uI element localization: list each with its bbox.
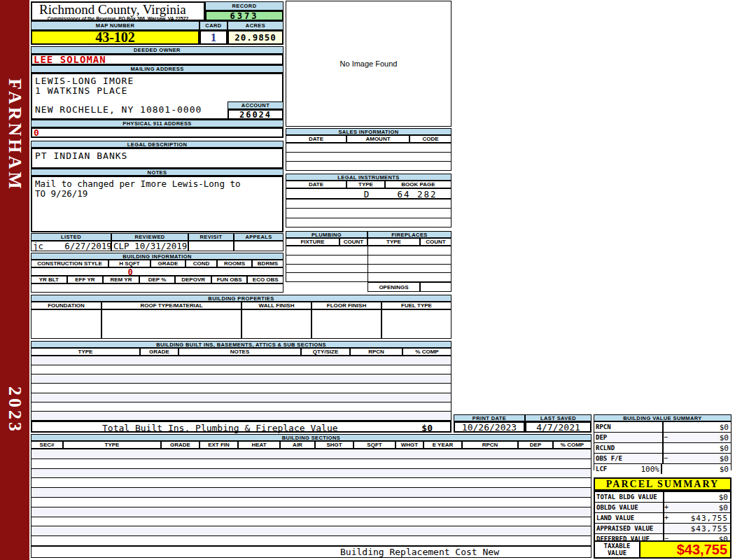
record-value: 6373 [205,10,284,21]
empty-row [31,384,451,393]
county-header: Richmond County, Virginia Commissioner o… [31,1,205,21]
reviewed-value: CLP 10/31/2019 [111,241,188,251]
sales-information-title: SALES INFORMATION [286,128,451,135]
summary-row: RPCN $0 [594,422,731,433]
map-number-value: 43-102 [31,30,200,45]
summary-row-op [664,422,672,432]
column-header: COUNT [420,238,451,246]
empty-row [31,536,591,545]
column-header: COND [186,260,217,267]
account-value: 26024 [227,109,284,120]
parcel-row-label: LAND VALUE [595,513,664,523]
building-sections-title: BUILDING SECTIONS [31,434,592,441]
legal-instruments-title: LEGAL INSTRUMENTS [286,174,451,181]
deeded-owner-value: LEE SOLOMAN [31,54,284,65]
summary-row: LCF 100% $0 [594,464,731,474]
empty-row [286,153,451,162]
parcel-row-op [664,524,673,533]
mailing-address-label: MAILING ADDRESS [31,65,284,73]
parcel-row-value: $0 [673,492,730,502]
print-date-value: 10/26/2023 [454,421,525,433]
empty-row [31,488,591,498]
deeded-owner-label: DEEDED OWNER [31,46,284,54]
building-info-header-row1: CONSTRUCTION STYLE H SQFT GRADE COND ROO… [31,260,284,267]
district-label: FARNHAM [4,78,25,192]
sales-header-row: DATE AMOUNT CODE [286,135,451,143]
summary-row-value: $0 [672,454,731,463]
empty-row [31,393,451,402]
building-properties-header-row: FOUNDATION ROOF TYPE/MATERIAL WALL FINIS… [31,302,451,309]
taxable-value-label: TAXABLE VALUE [594,540,640,559]
column-header: SHGT [315,441,354,449]
acres-value: 20.9850 [227,30,284,45]
summary-row-value: $0 [672,422,731,432]
column-header: BOOK PAGE [385,181,451,188]
last-saved-value: 4/7/2021 [525,421,592,433]
appeals-label: APPEALS [234,233,284,241]
building-info-values-row1: 0 [31,267,284,276]
column-header: ROOF TYPE/MATERIAL [102,302,241,309]
column-header: GRADE [161,441,200,449]
column-header: FLOOR FINISH [312,302,382,309]
building-replacement-footer: Building Replacement Cost New [31,546,592,558]
built-ins-total-label: Total Built Ins, Plumbing & Fireplace Va… [102,423,338,433]
empty-row [31,478,591,488]
column-header: AIR [280,441,315,449]
legal-description-box: PT INDIAN BANKS [31,148,284,169]
summary-row-label: LCF [594,464,607,474]
empty-row [31,374,451,384]
summary-row-label: RPCN [594,422,664,432]
built-ins-header-row: TYPE GRADE NOTES QTY/SIZE RPCN % COMP [31,348,451,356]
parcel-summary-table: TOTAL BLDG VALUE $0 OBLDG VALUE + $0 LAN… [594,491,732,540]
summary-row-label: DEP [594,433,664,442]
column-header: CONSTRUCTION STYLE [31,260,108,267]
parcel-row-value: $0 [673,503,730,512]
parcel-row: APPRAISED VALUE $43,755 [595,524,730,534]
floor-finish-cell [312,309,382,339]
column-header: SQFT [354,441,396,449]
listed-label: LISTED [31,233,111,241]
county-title: Richmond County, Virginia [32,3,204,16]
column-header: ECO OBS [247,276,284,284]
legal-instruments-rows [286,199,451,227]
revisit-value [188,241,234,251]
legal-instruments-header-row: DATE TYPE BOOK PAGE [286,181,451,188]
column-header: FIXTURE [286,238,340,246]
fuel-type-cell [382,309,451,339]
empty-row [286,265,451,274]
built-ins-total-value: $0 [396,423,433,433]
print-date-label: PRINT DATE [454,414,525,421]
physical-address-label: PHYSICAL 911 ADDRESS [31,120,284,127]
column-header: CODE [410,135,451,143]
built-ins-rows [31,356,451,421]
summary-row-op: − [664,433,672,442]
notes-box: Mail to changed per Imore Lewis-Long to … [31,176,284,232]
plumbing-title: PLUMBING [286,231,368,238]
column-header: FUEL TYPE [382,302,451,309]
parcel-row-label: APPRAISED VALUE [595,524,664,533]
empty-row [286,200,451,209]
building-properties-values-row [31,309,451,339]
column-header: BDRMS [252,260,284,267]
empty-row [286,209,451,218]
empty-row [31,498,591,507]
notes-line-1: Mail to changed per Imore Lewis-Long to [35,178,241,189]
column-header: DATE [286,135,346,143]
foundation-cell [31,309,102,339]
column-header: DEP % [139,276,176,284]
tax-year-label: 2023 [4,386,25,434]
column-header: TYPE [31,348,140,356]
no-image-text: No Image Found [340,59,398,68]
card-label: CARD [200,21,227,30]
physical-address-value: 0 [31,127,284,138]
built-ins-total-row: Total Built Ins, Plumbing & Fireplace Va… [31,421,451,433]
column-header: DEPOVR [175,276,211,284]
empty-row [31,517,591,527]
summary-row-op [664,443,672,453]
roof-cell [102,309,241,339]
empty-row [286,218,451,227]
column-header: NOTES [178,348,301,356]
openings-label: OPENINGS [368,282,420,292]
parcel-row-value: $43,755 [673,524,730,533]
instrument-type: D [347,189,386,200]
